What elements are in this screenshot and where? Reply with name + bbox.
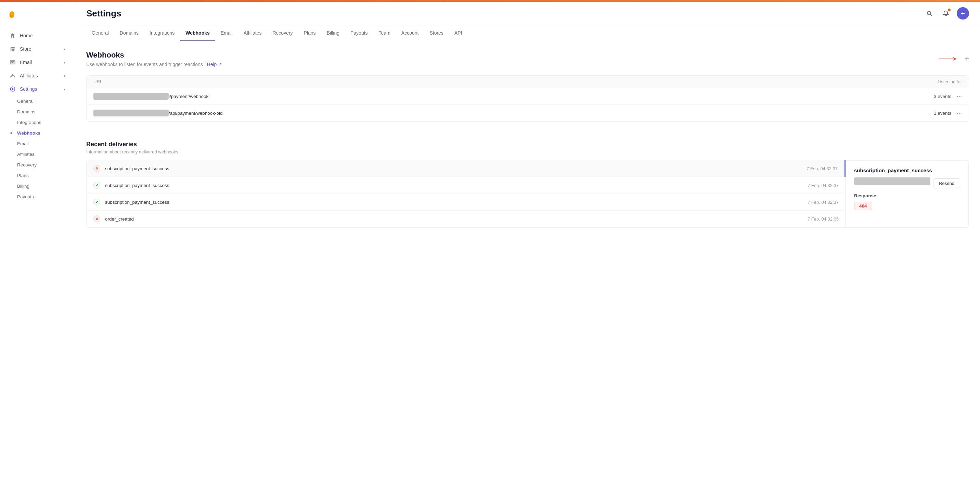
sidebar-item-affiliates-label: Affiliates <box>20 73 38 78</box>
events-cell-2: 1 events ··· <box>934 110 962 116</box>
sidebar-item-affiliates[interactable]: Affiliates ▾ <box>3 69 72 82</box>
table-header: URL Listening for <box>87 76 969 88</box>
sidebar-item-email[interactable]: Email ▾ <box>3 56 72 69</box>
delivery-row-3[interactable]: ✓ subscription_payment_success 7 Feb, 04… <box>87 194 846 211</box>
settings-sub-menu: General Domains Integrations Webhooks Em… <box>0 96 75 202</box>
tab-team[interactable]: Team <box>373 26 396 41</box>
tab-domains[interactable]: Domains <box>114 26 144 41</box>
affiliates-icon <box>10 73 16 79</box>
events-count-1: 3 events <box>934 94 951 99</box>
sidebar-sub-recovery[interactable]: Recovery <box>0 160 75 170</box>
notifications-button[interactable] <box>940 8 951 19</box>
detail-url-row: Resend <box>854 177 960 189</box>
notification-dot <box>948 8 951 11</box>
sidebar-sub-affiliates-label: Affiliates <box>17 152 35 157</box>
webhooks-title-block: Webhooks Use webhooks to listen for even… <box>86 51 939 67</box>
tab-affiliates[interactable]: Affiliates <box>238 26 267 41</box>
url-suffix-2: /api/payment/webhook-old <box>169 111 223 116</box>
url-blur-2 <box>94 110 169 117</box>
tab-plans[interactable]: Plans <box>298 26 321 41</box>
tab-billing[interactable]: Billing <box>321 26 345 41</box>
delivery-time-1: 7 Feb, 04:32:37 <box>807 166 838 171</box>
tab-domains-label: Domains <box>120 30 138 36</box>
delivery-row-2[interactable]: ✓ subscription_payment_success 7 Feb, 04… <box>87 177 846 194</box>
tab-api[interactable]: API <box>449 26 468 41</box>
webhook-more-button-2[interactable]: ··· <box>957 110 962 116</box>
tab-billing-label: Billing <box>327 30 339 36</box>
webhooks-subtitle: Use webhooks to listen for events and tr… <box>86 62 939 67</box>
sidebar-item-store-label: Store <box>20 46 31 52</box>
sidebar-sub-payouts-label: Payouts <box>17 194 34 199</box>
tab-integrations[interactable]: Integrations <box>144 26 180 41</box>
red-arrow-indicator <box>939 56 959 62</box>
add-webhook-button[interactable]: + <box>965 54 969 63</box>
tab-integrations-label: Integrations <box>150 30 175 36</box>
resend-button[interactable]: Resend <box>933 179 960 188</box>
tab-api-label: API <box>454 30 462 36</box>
home-icon <box>10 32 16 39</box>
detail-url-blur <box>854 177 931 185</box>
sidebar-sub-plans-label: Plans <box>17 173 29 178</box>
delivery-row-1[interactable]: ✕ subscription_payment_success 7 Feb, 04… <box>87 160 846 177</box>
webhook-more-button-1[interactable]: ··· <box>957 93 962 99</box>
deliveries-title: Recent deliveries <box>86 141 969 148</box>
search-button[interactable] <box>924 8 935 19</box>
main-content: Settings <box>75 2 980 487</box>
tab-email-label: Email <box>221 30 233 36</box>
sidebar-sub-webhooks-label: Webhooks <box>17 131 40 136</box>
tab-stores-label: Stores <box>430 30 443 36</box>
sidebar-sub-email[interactable]: Email <box>0 138 75 149</box>
sidebar-item-store[interactable]: Store ▾ <box>3 43 72 56</box>
sidebar-sub-integrations-label: Integrations <box>17 120 41 125</box>
email-icon <box>10 59 16 65</box>
email-chevron-icon: ▾ <box>64 61 65 64</box>
tab-recovery[interactable]: Recovery <box>267 26 298 41</box>
header-actions <box>924 7 969 19</box>
sidebar-sub-domains[interactable]: Domains <box>0 107 75 117</box>
sidebar-item-settings[interactable]: Settings ▴ <box>3 83 72 96</box>
settings-chevron-icon: ▴ <box>64 87 65 91</box>
logo[interactable] <box>0 7 75 29</box>
svg-line-8 <box>13 75 14 76</box>
sidebar-sub-plans[interactable]: Plans <box>0 170 75 181</box>
sidebar-sub-recovery-label: Recovery <box>17 162 37 168</box>
tab-affiliates-label: Affiliates <box>243 30 262 36</box>
sidebar-sub-affiliates[interactable]: Affiliates <box>0 149 75 160</box>
store-chevron-icon: ▾ <box>64 47 65 51</box>
sidebar-sub-webhooks[interactable]: Webhooks <box>0 128 75 138</box>
webhooks-page: Webhooks Use webhooks to listen for even… <box>75 41 980 487</box>
webhooks-help-link[interactable]: Help ↗ <box>207 62 223 67</box>
url-blur-1 <box>94 93 169 100</box>
svg-rect-1 <box>12 49 14 51</box>
sidebar-item-home[interactable]: Home <box>3 29 72 42</box>
webhook-url-2: /api/payment/webhook-old <box>94 110 934 117</box>
sidebar-sub-integrations[interactable]: Integrations <box>0 117 75 128</box>
tab-webhooks[interactable]: Webhooks <box>180 26 215 41</box>
webhook-row-1[interactable]: i/payment/webhook 3 events ··· <box>87 88 969 105</box>
avatar-button[interactable] <box>957 7 969 19</box>
sidebar-sub-payouts[interactable]: Payouts <box>0 192 75 202</box>
webhooks-section-header: Webhooks Use webhooks to listen for even… <box>86 51 969 67</box>
svg-line-7 <box>11 75 13 76</box>
tab-general-label: General <box>92 30 109 36</box>
webhook-row-2[interactable]: /api/payment/webhook-old 1 events ··· <box>87 105 969 121</box>
tab-email[interactable]: Email <box>215 26 238 41</box>
recent-deliveries-section: Recent deliveries Information about rece… <box>86 141 969 228</box>
tab-stores[interactable]: Stores <box>424 26 449 41</box>
sidebar-item-email-label: Email <box>20 60 32 65</box>
tab-general[interactable]: General <box>86 26 114 41</box>
delivery-time-2: 7 Feb, 04:32:37 <box>808 183 839 188</box>
detail-event-name: subscription_payment_success <box>854 168 960 173</box>
delivery-row-4[interactable]: ✕ order_created 7 Feb, 04:32:05 <box>87 211 846 227</box>
tab-plans-label: Plans <box>304 30 316 36</box>
tab-webhooks-label: Webhooks <box>185 30 210 36</box>
tab-account-label: Account <box>401 30 419 36</box>
settings-icon <box>10 86 16 92</box>
tab-account[interactable]: Account <box>396 26 424 41</box>
sidebar-sub-billing[interactable]: Billing <box>0 181 75 192</box>
tab-team-label: Team <box>379 30 390 36</box>
tab-payouts[interactable]: Payouts <box>345 26 373 41</box>
sidebar-nav: Home Store ▾ <box>0 29 75 482</box>
add-webhook-area: + <box>939 54 969 63</box>
sidebar-sub-general[interactable]: General <box>0 96 75 107</box>
